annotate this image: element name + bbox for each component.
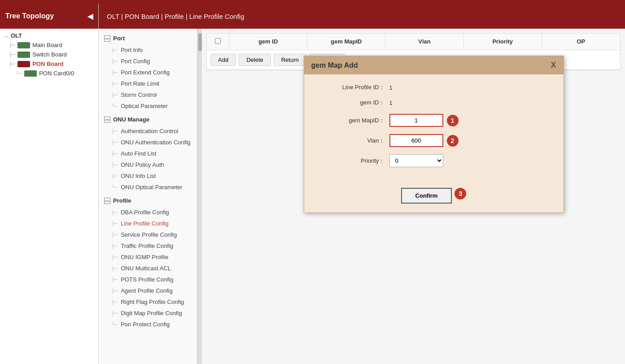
modal-footer: Confirm 3	[304, 183, 564, 212]
sidebar: Tree Topology ◀ — OLT ├─ Main Board ├─ S…	[0, 4, 99, 364]
main-panel: gem ID gem MapID Vlan Priority OP Add De…	[202, 29, 625, 364]
nav-item-pots-profile-config[interactable]: ├─ POTS Profile Config	[99, 274, 197, 285]
nav-item-port-rate-limit[interactable]: ├─ Port Rate Limit	[99, 78, 197, 89]
delete-button[interactable]: Delete	[239, 54, 271, 66]
priority-select[interactable]: 0 1 2 3 4 5 6 7	[389, 154, 443, 167]
line-profile-id-label: Line Profile ID：	[318, 83, 389, 91]
nav-item-onu-policy-auth[interactable]: ├─ ONU Policy Auth	[99, 159, 197, 170]
pon-board-label: PON Board	[32, 61, 63, 67]
confirm-button[interactable]: Confirm	[401, 188, 452, 204]
nav-item-digit-map-profile-config[interactable]: ├─ Digit Map Profile Config	[99, 308, 197, 319]
priority-label: Priority：	[318, 157, 389, 165]
onu-policy-auth-label: ONU Policy Auth	[121, 161, 164, 168]
nav-item-pon-protect-config[interactable]: └─ Pon Protect Config	[99, 319, 197, 330]
line-profile-id-value: 1	[389, 84, 393, 91]
step-badge-3: 3	[455, 188, 466, 199]
nav-item-line-profile-config[interactable]: ├─ Line Profile Config	[99, 218, 197, 229]
modal-title-bar: gem Map Add X	[304, 56, 564, 74]
vlan-input[interactable]	[389, 134, 443, 147]
content-area: OLT | PON Board | Profile | Line Profile…	[99, 4, 625, 364]
sub-nav: — Port ├─ Port Info ├─ Port Config ├─ Po…	[99, 29, 197, 364]
nav-item-port-config[interactable]: ├─ Port Config	[99, 56, 197, 67]
col-checkbox	[207, 34, 229, 50]
storm-control-label: Storm Control	[121, 91, 157, 98]
olt-label: OLT	[11, 32, 22, 39]
nav-item-onu-igmp-profile[interactable]: ├─ ONU IGMP Profile	[99, 251, 197, 263]
sub-nav-scrollbar[interactable]	[197, 29, 202, 364]
nav-item-auth-control[interactable]: ├─ Authentication Control	[99, 126, 197, 137]
main-board-label: Main Board	[32, 42, 62, 48]
nav-item-auto-find-list[interactable]: ├─ Auto Find List	[99, 148, 197, 159]
nav-item-optical-parameter[interactable]: └─ Optical Parameter	[99, 100, 197, 112]
nav-item-port-info[interactable]: ├─ Port Info	[99, 44, 197, 56]
col-vlan: Vlan	[385, 34, 463, 50]
sidebar-title-text: Tree Topology	[5, 12, 54, 20]
tree-item-pon-card[interactable]: └─ PON Card0/0	[0, 69, 98, 78]
connector-optical: └─	[111, 104, 118, 108]
onu-igmp-profile-label: ONU IGMP Profile	[121, 254, 168, 260]
nav-item-dba-profile-config[interactable]: ├─ DBA Profile Config	[99, 207, 197, 218]
gem-id-value: 1	[389, 100, 393, 106]
vlan-label: Vlan：	[318, 137, 389, 145]
digit-map-profile-config-label: Digit Map Profile Config	[121, 310, 182, 316]
modal-close-button[interactable]: X	[551, 61, 556, 70]
col-gem-id: gem ID	[229, 34, 307, 50]
nav-item-onu-info-list[interactable]: ├─ ONU Info List	[99, 170, 197, 182]
modal-field-gem-mapid: gem MapID： 1	[318, 114, 550, 127]
connector-port-config: ├─	[111, 59, 118, 64]
line-profile-config-label: Line Profile Config	[121, 220, 168, 227]
port-extend-config-label: Port Extend Config	[121, 69, 170, 76]
nav-item-onu-optical-param[interactable]: └─ ONU Optical Parameter	[99, 182, 197, 193]
tree-item-main-board[interactable]: ├─ Main Board	[0, 40, 98, 50]
auth-control-label: Authentication Control	[121, 128, 178, 134]
gem-mapid-input[interactable]	[389, 114, 443, 127]
switch-board-label: Switch Board	[32, 51, 67, 58]
nav-section-profile-header[interactable]: — Profile	[99, 195, 197, 207]
tree-item-olt[interactable]: — OLT	[0, 31, 98, 40]
step-badge-1: 1	[447, 115, 459, 126]
right-flag-profile-config-label: Right Flag Profile Config	[121, 299, 184, 305]
sidebar-title: Tree Topology ◀	[0, 4, 98, 29]
onu-auth-config-label: ONU Authentication Config	[121, 139, 190, 146]
pon-board-icon	[17, 61, 30, 67]
add-button[interactable]: Add	[210, 54, 236, 66]
nav-item-onu-multicast-acl[interactable]: ├─ ONU Multicast ACL	[99, 263, 197, 274]
nav-item-traffic-profile-config[interactable]: ├─ Traffic Profile Config	[99, 240, 197, 251]
nav-section-profile: — Profile ├─ DBA Profile Config ├─ Line …	[99, 195, 197, 330]
port-config-label: Port Config	[121, 58, 150, 65]
nav-item-right-flag-profile-config[interactable]: ├─ Right Flag Profile Config	[99, 296, 197, 308]
pon-card-icon	[24, 70, 37, 77]
nav-section-onu-manage-header[interactable]: — ONU Manage	[99, 113, 197, 126]
select-all-checkbox[interactable]	[215, 38, 221, 44]
auto-find-list-label: Auto Find List	[121, 150, 157, 157]
table-header: gem ID gem MapID Vlan Priority OP	[207, 34, 620, 50]
traffic-profile-config-label: Traffic Profile Config	[121, 243, 173, 249]
nav-item-storm-control[interactable]: ├─ Storm Control	[99, 89, 197, 100]
nav-item-onu-auth-config[interactable]: ├─ ONU Authentication Config	[99, 137, 197, 148]
modal-field-vlan: Vlan： 2	[318, 134, 550, 147]
tree-item-pon-board[interactable]: ├─ PON Board	[0, 59, 98, 69]
onu-manage-section-label: ONU Manage	[113, 116, 149, 123]
nav-section-port: — Port ├─ Port Info ├─ Port Config ├─ Po…	[99, 32, 197, 112]
return-button[interactable]: Return	[274, 54, 306, 66]
modal-title-text: gem Map Add	[311, 61, 358, 69]
tree-item-switch-board[interactable]: ├─ Switch Board	[0, 50, 98, 59]
pots-profile-config-label: POTS Profile Config	[121, 276, 173, 283]
main-board-icon	[17, 42, 30, 48]
onu-info-list-label: ONU Info List	[121, 173, 156, 179]
scrollbar-thumb[interactable]	[198, 33, 202, 51]
sidebar-collapse-arrow[interactable]: ◀	[87, 12, 93, 21]
nav-item-port-extend-config[interactable]: ├─ Port Extend Config	[99, 67, 197, 78]
port-info-label: Port Info	[121, 47, 143, 53]
gem-mapid-label: gem MapID：	[318, 117, 389, 125]
profile-section-label: Profile	[113, 197, 131, 204]
modal-field-line-profile-id: Line Profile ID： 1	[318, 83, 550, 91]
top-header-bar	[0, 0, 625, 4]
modal-body: Line Profile ID： 1 gem ID： 1 gem MapID：	[304, 74, 564, 183]
connector-port-info: ├─	[111, 48, 118, 52]
nav-item-agent-profile-config[interactable]: ├─ Agent Profile Config	[99, 285, 197, 296]
col-gem-mapid: gem MapID	[307, 34, 385, 50]
pon-protect-config-label: Pon Protect Config	[121, 321, 170, 328]
nav-section-port-header[interactable]: — Port	[99, 32, 197, 44]
nav-item-service-profile-config[interactable]: ├─ Service Profile Config	[99, 229, 197, 240]
